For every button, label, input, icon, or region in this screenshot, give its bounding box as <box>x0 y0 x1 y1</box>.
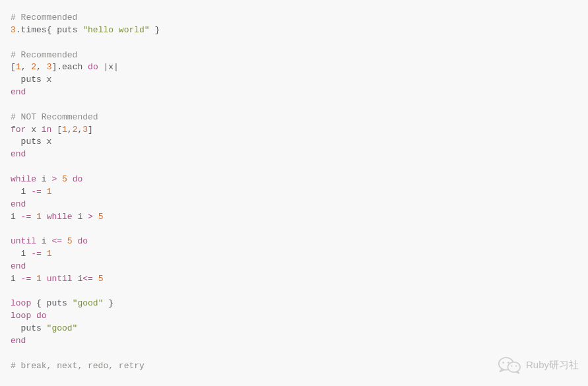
code-token: end <box>11 87 26 97</box>
code-token: do <box>77 236 88 246</box>
code-token: [ <box>51 125 62 135</box>
code-token: puts x <box>11 75 51 84</box>
code-token: 5 <box>98 212 104 222</box>
code-line: until i <= 5 do <box>11 236 577 248</box>
code-line: end <box>11 261 577 273</box>
code-token: <= <box>82 274 93 284</box>
code-token <box>42 274 47 284</box>
code-token: |x| <box>98 62 119 72</box>
code-line: # Recommended <box>11 12 577 24</box>
code-line: for x in [1,2,3] <box>11 124 577 137</box>
code-token <box>57 174 62 184</box>
svg-point-1 <box>507 362 520 372</box>
code-token: { puts <box>31 298 72 308</box>
code-line: end <box>11 148 577 161</box>
code-token <box>31 212 36 222</box>
code-line <box>11 161 577 174</box>
code-token: do <box>73 174 83 184</box>
code-line <box>11 99 577 112</box>
code-token: "good" <box>73 298 104 308</box>
code-line <box>11 286 577 298</box>
code-token <box>42 249 47 259</box>
code-token: 1 <box>36 274 42 284</box>
code-token: 1 <box>47 249 52 259</box>
code-token <box>42 187 47 197</box>
code-token: 1 <box>36 212 42 222</box>
code-token: , <box>36 62 47 72</box>
code-token: "good" <box>47 323 78 333</box>
code-token: until <box>11 236 36 246</box>
code-line: i -= 1 <box>11 248 577 261</box>
code-token: until <box>47 274 73 284</box>
code-token: in <box>42 125 52 135</box>
code-token: # break, next, redo, retry <box>11 361 145 371</box>
code-token: puts <box>11 323 47 333</box>
code-line: end <box>11 335 577 348</box>
code-token: "hello world" <box>82 25 149 35</box>
code-line: end <box>11 199 577 211</box>
code-token: x <box>26 125 41 135</box>
code-line: i -= 1 <box>11 186 577 199</box>
code-line: 3.times{ puts "hello world" } <box>11 24 577 37</box>
code-token: 2 <box>31 62 36 72</box>
code-token: i <box>73 212 88 222</box>
code-token: for <box>11 125 26 135</box>
code-token: 5 <box>67 236 73 246</box>
code-token: .times{ puts <box>16 25 82 35</box>
code-token: loop <box>11 311 31 321</box>
code-token <box>67 174 73 184</box>
code-token: 3 <box>11 25 16 35</box>
svg-point-2 <box>502 362 504 364</box>
code-token: i <box>11 212 21 222</box>
code-line: puts x <box>11 136 577 148</box>
code-token: ].each <box>51 62 88 72</box>
code-line: i -= 1 until i<= 5 <box>11 273 577 286</box>
code-token: 3 <box>82 125 88 135</box>
code-token: end <box>11 336 26 346</box>
code-line: # Recommended <box>11 49 577 62</box>
code-token: puts x <box>11 137 51 146</box>
svg-point-5 <box>515 366 517 367</box>
code-token <box>93 212 98 222</box>
code-token: } <box>103 298 114 308</box>
code-token: # NOT Recommended <box>11 112 98 122</box>
code-token <box>31 311 36 321</box>
code-token: # Recommended <box>11 50 77 60</box>
code-token: while <box>47 212 73 222</box>
code-token: 5 <box>62 174 67 184</box>
code-token: 5 <box>98 274 104 284</box>
code-token: i <box>11 274 21 284</box>
code-token <box>31 274 36 284</box>
code-token <box>93 274 98 284</box>
code-token: -= <box>21 274 32 284</box>
code-token: -= <box>31 249 42 259</box>
wechat-icon <box>498 356 521 374</box>
code-block: # Recommended3.times{ puts "hello world"… <box>0 0 588 384</box>
code-token: 1 <box>16 62 21 72</box>
code-token: do <box>36 311 47 321</box>
code-token: > <box>88 212 93 222</box>
watermark-text: Ruby研习社 <box>526 358 579 372</box>
svg-point-3 <box>507 362 509 364</box>
code-line: end <box>11 86 577 99</box>
code-token: 1 <box>62 125 67 135</box>
code-line: loop do <box>11 310 577 323</box>
code-line: loop { puts "good" } <box>11 298 577 310</box>
code-token <box>42 212 47 222</box>
code-token: # Recommended <box>11 13 77 22</box>
code-token: do <box>88 62 98 72</box>
code-line: [1, 2, 3].each do |x| <box>11 61 577 74</box>
code-token: } <box>150 25 160 35</box>
code-token: end <box>11 199 26 209</box>
code-token: <= <box>51 236 62 246</box>
code-token: 1 <box>47 187 52 197</box>
code-line: # NOT Recommended <box>11 112 577 124</box>
code-token: i <box>36 174 51 184</box>
code-token: , <box>67 125 73 135</box>
watermark: Ruby研习社 <box>498 356 579 374</box>
code-token: i <box>11 187 31 197</box>
svg-point-4 <box>511 366 512 367</box>
code-line: puts "good" <box>11 323 577 335</box>
code-line <box>11 348 577 360</box>
code-token: end <box>11 149 26 159</box>
